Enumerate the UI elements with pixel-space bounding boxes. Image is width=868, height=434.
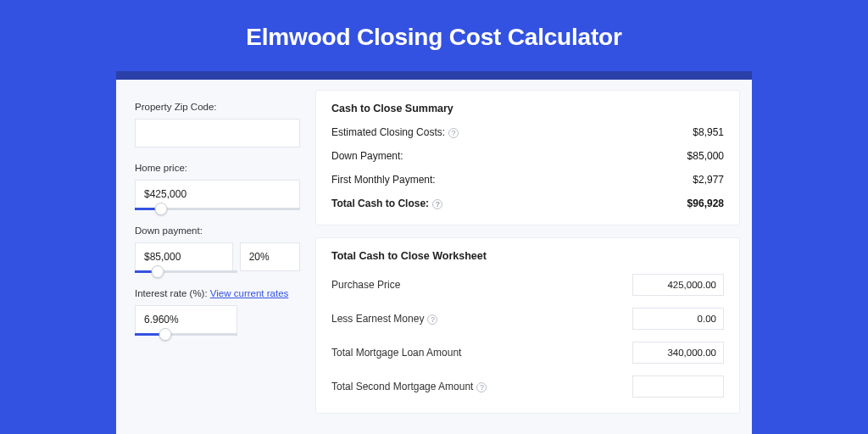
home-price-label: Home price: [135, 163, 300, 173]
interest-rate-field: Interest rate (%): View current rates [135, 288, 300, 336]
down-payment-amount-input[interactable] [135, 242, 233, 271]
interest-rate-label: Interest rate (%): View current rates [135, 288, 300, 298]
interest-rate-label-text: Interest rate (%): [135, 288, 208, 298]
worksheet-row-label: Total Second Mortgage Amount? [331, 381, 487, 392]
worksheet-panel: Total Cash to Close Worksheet Purchase P… [315, 237, 740, 414]
summary-row: Down Payment:$85,000 [331, 150, 724, 162]
worksheet-row: Total Mortgage Loan Amount [331, 342, 724, 364]
home-price-slider[interactable] [135, 208, 300, 210]
summary-row-value: $2,977 [693, 174, 724, 186]
home-price-slider-knob[interactable] [155, 203, 168, 215]
help-icon[interactable]: ? [427, 314, 437, 325]
page-title: Elmwood Closing Cost Calculator [0, 0, 868, 71]
summary-row-label: Estimated Closing Costs:? [331, 126, 459, 138]
view-rates-link[interactable]: View current rates [210, 288, 288, 298]
zip-label: Property Zip Code: [135, 102, 300, 112]
home-price-field: Home price: [135, 163, 300, 210]
worksheet-row: Total Second Mortgage Amount? [331, 376, 724, 398]
summary-heading: Cash to Close Summary [331, 103, 724, 114]
interest-rate-slider[interactable] [135, 333, 237, 336]
help-icon[interactable]: ? [476, 382, 487, 392]
worksheet-row-label: Total Mortgage Loan Amount [331, 347, 461, 359]
interest-rate-slider-knob[interactable] [159, 328, 172, 341]
down-payment-field: Down payment: [135, 225, 300, 273]
down-payment-percent-input[interactable] [240, 242, 300, 271]
results-panel: Cash to Close Summary Estimated Closing … [315, 80, 752, 434]
worksheet-heading: Total Cash to Close Worksheet [331, 250, 724, 262]
summary-row: First Monthly Payment:$2,977 [331, 174, 724, 186]
down-payment-label: Down payment: [135, 225, 300, 236]
worksheet-row-label: Less Earnest Money? [331, 313, 437, 325]
summary-row-label: Down Payment: [331, 150, 403, 162]
worksheet-row: Purchase Price [331, 274, 724, 296]
summary-row-value: $85,000 [687, 150, 724, 162]
worksheet-row: Less Earnest Money? [331, 308, 724, 330]
worksheet-row-input[interactable] [632, 308, 724, 330]
summary-row: Total Cash to Close:?$96,928 [331, 198, 724, 209]
summary-row-value: $96,928 [687, 198, 724, 209]
calculator-frame: Property Zip Code: Home price: Down paym… [116, 80, 752, 434]
worksheet-row-label: Purchase Price [331, 279, 400, 291]
summary-row: Estimated Closing Costs:?$8,951 [331, 126, 724, 138]
down-payment-slider-knob[interactable] [151, 265, 164, 278]
worksheet-row-input[interactable] [632, 342, 724, 364]
worksheet-row-input[interactable] [632, 376, 724, 398]
help-icon[interactable]: ? [448, 128, 459, 138]
summary-row-label: Total Cash to Close:? [331, 198, 442, 209]
interest-rate-input[interactable] [135, 305, 237, 334]
summary-row-value: $8,951 [693, 126, 724, 138]
help-icon[interactable]: ? [432, 199, 442, 209]
zip-input[interactable] [135, 119, 300, 147]
zip-field: Property Zip Code: [135, 102, 300, 147]
worksheet-row-input[interactable] [632, 274, 724, 296]
accent-bar [116, 71, 752, 80]
inputs-panel: Property Zip Code: Home price: Down paym… [116, 80, 315, 434]
summary-row-label: First Monthly Payment: [331, 174, 436, 186]
cash-to-close-summary: Cash to Close Summary Estimated Closing … [315, 90, 740, 225]
down-payment-slider[interactable] [135, 270, 237, 273]
